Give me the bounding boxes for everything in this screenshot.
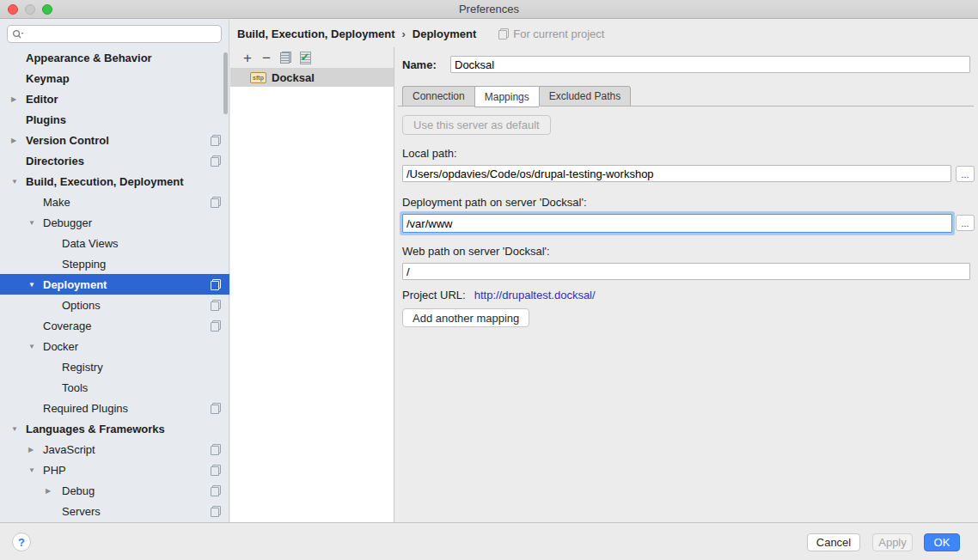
plus-icon: + [243, 51, 252, 65]
sidebar-item-data-views[interactable]: Data Views [0, 233, 229, 253]
chevron-right-icon[interactable]: ▶ [46, 487, 51, 495]
sidebar-item-label: Coverage [43, 320, 91, 332]
sidebar-item-label: Options [62, 299, 101, 312]
chevron-right-icon[interactable]: ▶ [11, 95, 16, 103]
add-mapping-button[interactable]: Add another mapping [402, 308, 529, 327]
shared-settings-icon [211, 320, 221, 332]
sidebar-item-plugins[interactable]: Plugins [0, 109, 229, 130]
chevron-down-icon[interactable]: ▼ [28, 343, 35, 350]
add-server-button[interactable]: + [238, 49, 257, 66]
project-url-label: Project URL: [402, 289, 466, 301]
sidebar-item-label: Deployment [43, 278, 107, 291]
sidebar-item-required-plugins[interactable]: Required Plugins [0, 398, 229, 418]
project-url-row: Project URL: http://drupaltest.docksal/ [402, 289, 596, 301]
question-mark-icon: ? [18, 536, 25, 549]
breadcrumb-page: Deployment [413, 27, 476, 40]
local-path-browse-button[interactable]: ... [956, 166, 975, 182]
server-list-toolbar: + − [230, 47, 394, 68]
sidebar-item-debug[interactable]: ▶Debug [0, 480, 229, 501]
sidebar-item-stepping[interactable]: Stepping [0, 253, 229, 274]
chevron-down-icon[interactable]: ▼ [28, 281, 35, 289]
tab-connection[interactable]: Connection [402, 86, 474, 107]
copy-icon [280, 52, 291, 64]
deployment-settings-panel: Name: ConnectionMappingsExcluded Paths U… [394, 47, 978, 522]
sidebar-item-appearance-behavior[interactable]: Appearance & Behavior [0, 47, 229, 68]
sftp-server-icon: sftp [250, 72, 266, 83]
sidebar-item-deployment[interactable]: ▼Deployment [0, 274, 229, 295]
sidebar-item-label: Editor [26, 93, 58, 106]
ok-button[interactable]: OK [924, 533, 960, 551]
shared-settings-icon [211, 465, 221, 476]
sidebar-item-options[interactable]: Options [0, 295, 229, 315]
deployment-path-input[interactable] [402, 214, 952, 233]
minus-icon: − [262, 51, 271, 65]
sidebar-item-make[interactable]: Make [0, 192, 229, 212]
local-path-input[interactable] [402, 165, 951, 182]
project-url-link[interactable]: http://drupaltest.docksal/ [474, 289, 596, 301]
sidebar-item-editor[interactable]: ▶Editor [0, 88, 229, 109]
tab-mappings[interactable]: Mappings [474, 86, 539, 107]
sidebar-item-label: JavaScript [43, 443, 95, 456]
shared-settings-icon [211, 444, 221, 455]
footer-buttons: Cancel Apply OK [807, 533, 960, 551]
green-check-icon [299, 52, 310, 64]
sidebar-item-debugger[interactable]: ▼Debugger [0, 212, 229, 233]
shared-settings-icon [211, 485, 221, 496]
chevron-right-icon[interactable]: ▶ [28, 446, 34, 453]
sidebar-item-keymap[interactable]: Keymap [0, 68, 229, 88]
copy-server-button[interactable] [276, 49, 295, 66]
scope-indicator: For current project [498, 27, 604, 40]
sidebar-item-label: Stepping [62, 258, 106, 271]
web-path-input[interactable] [402, 263, 970, 280]
chevron-down-icon[interactable]: ▼ [28, 219, 35, 227]
local-path-label: Local path: [402, 147, 457, 160]
sidebar-item-languages-frameworks[interactable]: ▼Languages & Frameworks [0, 418, 229, 439]
shared-settings-icon [211, 279, 221, 290]
name-input[interactable] [450, 56, 970, 73]
server-list-panel: + − sftp Docksal [230, 47, 394, 522]
sidebar-item-build-execution-deployment[interactable]: ▼Build, Execution, Deployment [0, 171, 229, 192]
sidebar-item-javascript[interactable]: ▶JavaScript [0, 439, 229, 460]
sidebar-item-directories[interactable]: Directories [0, 150, 229, 171]
sidebar-item-php[interactable]: ▼PHP [0, 460, 229, 480]
shared-settings-icon [211, 135, 221, 146]
tab-excluded-paths[interactable]: Excluded Paths [539, 86, 631, 107]
sidebar-item-coverage[interactable]: Coverage [0, 315, 229, 336]
sidebar-item-version-control[interactable]: ▶Version Control [0, 130, 229, 150]
settings-tree: Appearance & BehaviorKeymap▶EditorPlugin… [0, 47, 229, 521]
sidebar-item-registry[interactable]: Registry [0, 356, 229, 377]
search-icon [12, 29, 24, 40]
use-server-as-default-button[interactable]: Use this server as default [402, 115, 551, 135]
chevron-right-icon[interactable]: ▶ [11, 137, 16, 144]
sidebar-item-servers[interactable]: Servers [0, 501, 229, 521]
cancel-button[interactable]: Cancel [807, 533, 860, 551]
chevron-down-icon[interactable]: ▼ [11, 425, 18, 433]
help-button[interactable]: ? [12, 533, 31, 551]
sidebar-item-label: PHP [43, 464, 66, 477]
chevron-down-icon[interactable]: ▼ [11, 178, 18, 186]
sidebar-item-label: Keymap [26, 72, 70, 85]
shared-settings-icon [211, 506, 221, 517]
use-as-default-button[interactable] [295, 49, 314, 66]
remove-server-button[interactable]: − [257, 49, 276, 66]
search-field[interactable] [7, 25, 222, 43]
deployment-path-browse-button[interactable]: ... [956, 215, 975, 231]
tab-bar: ConnectionMappingsExcluded Paths [402, 86, 631, 107]
title-bar: Preferences [0, 0, 978, 19]
search-input[interactable] [26, 28, 217, 40]
sidebar-scrollbar[interactable] [223, 52, 228, 114]
sidebar-item-tools[interactable]: Tools [0, 377, 229, 398]
sidebar-item-label: Servers [62, 505, 101, 518]
sidebar-item-label: Make [43, 196, 70, 209]
sidebar-item-label: Appearance & Behavior [26, 52, 152, 64]
server-list-item[interactable]: sftp Docksal [230, 68, 394, 87]
sidebar-item-label: Docker [43, 340, 78, 353]
apply-button[interactable]: Apply [872, 533, 913, 551]
breadcrumb-section[interactable]: Build, Execution, Deployment [237, 27, 394, 40]
settings-sidebar: Appearance & BehaviorKeymap▶EditorPlugin… [0, 20, 229, 522]
sidebar-item-docker[interactable]: ▼Docker [0, 336, 229, 356]
shared-settings-icon [211, 155, 221, 167]
sidebar-item-label: Languages & Frameworks [26, 423, 165, 435]
chevron-down-icon[interactable]: ▼ [28, 466, 35, 474]
shared-settings-icon [211, 300, 221, 311]
